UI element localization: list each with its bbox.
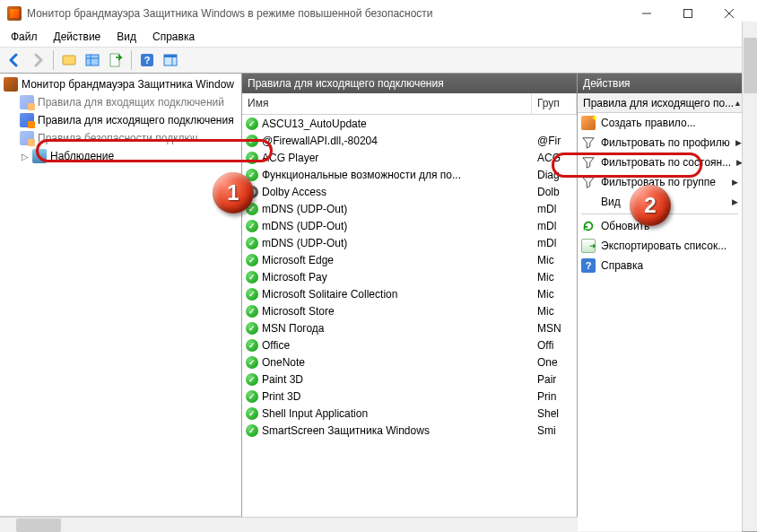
chevron-right-icon: ▶: [732, 178, 738, 187]
window-controls: [626, 0, 750, 27]
blank-icon: [581, 195, 596, 209]
rule-group: Shel: [532, 407, 577, 420]
allow-icon: [246, 254, 258, 266]
svg-rect-8: [110, 54, 119, 66]
toolbar-separator: [53, 50, 54, 70]
action-refresh-label: Обновить: [601, 220, 649, 232]
rule-group: mDl: [532, 220, 577, 232]
rule-row[interactable]: Dolby AccessDolb: [242, 183, 577, 200]
action-refresh[interactable]: Обновить: [578, 216, 742, 236]
back-button[interactable]: [4, 49, 25, 71]
rule-row[interactable]: mDNS (UDP-Out)mDl: [242, 217, 577, 234]
action-filter-state-label: Фильтровать по состоян...: [601, 156, 731, 169]
actions-vertical-scrollbar[interactable]: [742, 93, 757, 531]
action-filter-profile[interactable]: Фильтровать по профилю ▶: [578, 133, 742, 153]
rule-row[interactable]: ACG PlayerACG: [242, 149, 577, 166]
action-help[interactable]: ? Справка: [578, 256, 742, 275]
action-filter-state[interactable]: Фильтровать по состоян... ▶: [578, 153, 742, 172]
expander-icon[interactable]: ▷: [20, 152, 30, 161]
rule-name: mDNS (UDP-Out): [262, 203, 347, 215]
allow-icon: [246, 203, 258, 215]
col-name[interactable]: Имя: [242, 93, 532, 114]
tool-help[interactable]: ?: [136, 49, 158, 71]
rule-group: Diag: [532, 169, 577, 181]
allow-icon: [246, 169, 258, 181]
menu-file[interactable]: Файл: [4, 29, 45, 45]
rule-row[interactable]: @FirewallAPI.dll,-80204@Fir: [242, 132, 577, 149]
rule-group: @Fir: [532, 135, 577, 147]
maximize-button[interactable]: [667, 0, 709, 27]
rule-row[interactable]: mDNS (UDP-Out)mDl: [242, 200, 577, 217]
tree-inbound[interactable]: Правила для входящих подключений: [0, 93, 241, 111]
rule-group: mDl: [532, 203, 577, 215]
menu-action[interactable]: Действие: [47, 29, 109, 45]
allow-icon: [246, 220, 258, 232]
monitor-icon: [32, 149, 47, 163]
rule-name: MSN Погода: [262, 322, 325, 335]
rule-group: Mic: [532, 305, 577, 318]
tool-newfolder[interactable]: [58, 49, 80, 71]
rule-row[interactable]: Microsoft EdgeMic: [242, 251, 577, 268]
rule-row[interactable]: Microsoft PayMic: [242, 268, 577, 285]
tree-security-label: Правила безопасности подключ...: [38, 132, 207, 144]
column-headers: Имя Груп: [242, 93, 577, 115]
rule-group: mDl: [532, 237, 577, 249]
collapse-icon[interactable]: ▲: [734, 99, 742, 108]
rule-row[interactable]: Paint 3DPair: [242, 371, 577, 388]
action-export-label: Экспортировать список...: [601, 240, 727, 252]
actions-subheader[interactable]: Правила для исходящего по... ▲: [578, 93, 742, 113]
rule-group: Smi: [532, 424, 577, 437]
tree-root[interactable]: Монитор брандмауэра Защитника Window: [0, 75, 241, 93]
rules-icon: [20, 131, 34, 145]
svg-rect-4: [63, 56, 75, 65]
action-new-rule-label: Создать правило...: [601, 117, 696, 129]
list-body[interactable]: ASCU13_AutoUpdate@FirewallAPI.dll,-80204…: [242, 115, 577, 531]
action-view[interactable]: Вид ▶: [578, 192, 742, 212]
rule-name: Microsoft Solitaire Collection: [262, 288, 397, 301]
rule-row[interactable]: MSN ПогодаMSN: [242, 319, 577, 336]
tree-outbound[interactable]: Правила для исходящего подключения: [0, 111, 241, 129]
rule-group: Mic: [532, 254, 577, 266]
rule-name: mDNS (UDP-Out): [262, 237, 347, 249]
tool-view[interactable]: [82, 49, 103, 71]
rule-name: Microsoft Pay: [262, 271, 327, 283]
block-icon: [246, 186, 258, 198]
rule-row[interactable]: Shell Input ApplicationShel: [242, 405, 577, 422]
rule-group: Dolb: [532, 186, 577, 198]
tree-body[interactable]: Монитор брандмауэра Защитника Window Пра…: [0, 74, 241, 531]
tree-security[interactable]: Правила безопасности подключ...: [0, 129, 241, 147]
toolbar: ?: [0, 47, 757, 74]
rule-row[interactable]: Print 3DPrin: [242, 388, 577, 405]
rule-name: @FirewallAPI.dll,-80204: [262, 135, 378, 147]
allow-icon: [246, 271, 258, 283]
menu-view[interactable]: Вид: [109, 29, 144, 45]
menu-help[interactable]: Справка: [145, 29, 202, 45]
action-new-rule[interactable]: Создать правило...: [578, 113, 742, 133]
action-filter-profile-label: Фильтровать по профилю: [601, 136, 730, 149]
rule-row[interactable]: Функциональные возможности для по...Diag: [242, 166, 577, 183]
rule-group: Prin: [532, 390, 577, 403]
action-export[interactable]: Экспортировать список...: [578, 236, 742, 256]
tree-pane: Монитор брандмауэра Защитника Window Пра…: [0, 74, 242, 531]
rule-row[interactable]: ASCU13_AutoUpdate: [242, 115, 577, 132]
tool-export[interactable]: [105, 49, 126, 71]
rule-row[interactable]: mDNS (UDP-Out)mDl: [242, 234, 577, 251]
forward-button[interactable]: [27, 49, 48, 71]
action-filter-group[interactable]: Фильтровать по группе ▶: [578, 172, 742, 192]
rule-row[interactable]: SmartScreen Защитника WindowsSmi: [242, 422, 577, 439]
col-group[interactable]: Груп: [532, 93, 577, 114]
rule-row[interactable]: Microsoft StoreMic: [242, 302, 577, 319]
action-help-label: Справка: [601, 259, 643, 272]
tool-panels[interactable]: [160, 49, 181, 71]
minimize-button[interactable]: [626, 0, 667, 27]
rule-name: SmartScreen Защитника Windows: [262, 424, 430, 437]
actions-subheader-label: Правила для исходящего по...: [583, 97, 734, 109]
app-window: Монитор брандмауэра Защитника Windows в …: [0, 0, 757, 532]
tree-monitor[interactable]: ▷ Наблюдение: [0, 147, 241, 165]
rule-row[interactable]: OfficeOffi: [242, 336, 577, 353]
rule-row[interactable]: OneNoteOne: [242, 353, 577, 371]
list-horizontal-scrollbar[interactable]: [242, 517, 578, 531]
rule-row[interactable]: Microsoft Solitaire CollectionMic: [242, 285, 577, 302]
rule-name: Microsoft Store: [262, 305, 335, 318]
svg-rect-1: [684, 10, 692, 18]
